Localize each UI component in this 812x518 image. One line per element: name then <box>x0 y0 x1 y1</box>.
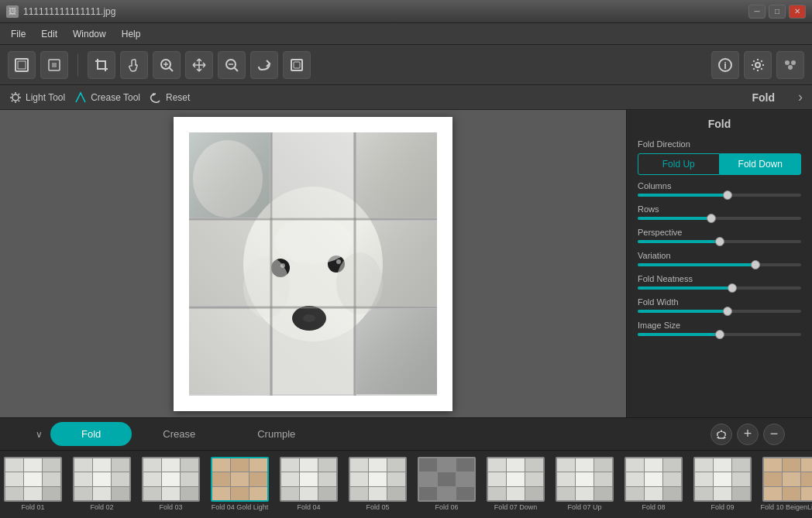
filmstrip-item-9[interactable]: Fold 08 <box>621 457 686 512</box>
svg-rect-47 <box>189 309 270 394</box>
fold-direction-label: Fold Direction <box>638 139 801 149</box>
rows-track[interactable] <box>638 217 801 220</box>
filmstrip-area: Fold 01Fold 02Fold 03Fold 04 Gold LightF… <box>0 450 812 518</box>
thumb-img-3 <box>211 457 269 502</box>
finger-button[interactable] <box>120 51 148 79</box>
fullscreen-button[interactable] <box>283 51 311 79</box>
reset-label: Reset <box>166 92 190 103</box>
tab-strip: ∨ Fold Crease Crumple + − <box>0 417 812 450</box>
svg-rect-6 <box>294 62 300 68</box>
thumb-label-5: Fold 05 <box>366 503 389 512</box>
svg-rect-42 <box>273 132 353 218</box>
nav-arrow[interactable]: › <box>798 89 803 105</box>
move-button[interactable] <box>185 51 213 79</box>
panel-title: Fold <box>638 118 801 130</box>
crop-button[interactable] <box>88 51 115 79</box>
svg-rect-43 <box>356 132 437 218</box>
svg-point-10 <box>785 60 790 65</box>
filmstrip-item-8[interactable]: Fold 07 Up <box>552 457 618 512</box>
info-button[interactable]: i <box>711 51 739 79</box>
redo-button[interactable] <box>250 51 278 79</box>
variation-slider-row: Variation <box>638 251 801 266</box>
tab-crumple[interactable]: Crumple <box>226 422 326 446</box>
sub-toolbar: Light Tool Crease Tool Reset Fold › <box>0 85 812 110</box>
separator-1 <box>77 53 78 77</box>
tab-right-buttons: + − <box>710 424 785 445</box>
fold-width-label: Fold Width <box>638 297 801 307</box>
columns-track[interactable] <box>638 194 801 197</box>
reset-item[interactable]: Reset <box>150 91 190 104</box>
fold-neatness-label: Fold Neatness <box>638 274 801 283</box>
thumb-img-9 <box>624 457 683 502</box>
svg-rect-41 <box>189 132 270 218</box>
thumb-img-7 <box>487 457 545 502</box>
perspective-track[interactable] <box>638 240 801 243</box>
filmstrip-item-10[interactable]: Fold 09 <box>690 457 755 512</box>
menu-file[interactable]: File <box>3 26 33 43</box>
fold-up-button[interactable]: Fold Up <box>638 153 720 175</box>
filmstrip-item-3[interactable]: Fold 04 Gold Light <box>207 457 273 512</box>
filmstrip-item-2[interactable]: Fold 03 <box>138 457 204 512</box>
scan-button[interactable] <box>40 51 68 79</box>
thumb-label-8: Fold 07 Up <box>567 503 601 512</box>
image-size-track[interactable] <box>638 333 801 336</box>
image-size-label: Image Size <box>638 321 801 330</box>
remove-button[interactable]: − <box>763 424 785 445</box>
filmstrip-toggle[interactable]: ∨ <box>27 429 50 440</box>
svg-rect-45 <box>273 221 353 306</box>
thumb-img-4 <box>280 457 338 502</box>
frame-button[interactable] <box>8 51 36 79</box>
fold-neatness-slider-row: Fold Neatness <box>638 274 801 290</box>
filmstrip-item-4[interactable]: Fold 04 <box>276 457 342 512</box>
recycle-button[interactable] <box>710 424 732 445</box>
filmstrip-item-5[interactable]: Fold 05 <box>345 457 411 512</box>
thumb-label-0: Fold 01 <box>21 503 44 512</box>
filmstrip-item-11[interactable]: Fold 10 BeigenLight <box>759 457 812 512</box>
fold-down-button[interactable]: Fold Down <box>720 153 802 175</box>
zoom-out-button[interactable] <box>218 51 246 79</box>
tab-crease[interactable]: Crease <box>132 422 226 446</box>
variation-track[interactable] <box>638 263 801 266</box>
menu-bar: File Edit Window Help <box>0 23 812 45</box>
svg-rect-49 <box>356 309 437 394</box>
svg-rect-5 <box>291 60 302 70</box>
thumb-img-8 <box>556 457 614 502</box>
menu-window[interactable]: Window <box>65 26 114 43</box>
fold-grid <box>189 132 437 396</box>
filmstrip-item-6[interactable]: Fold 06 <box>414 457 480 512</box>
fold-width-track[interactable] <box>638 310 801 313</box>
zoom-in-button[interactable] <box>153 51 181 79</box>
light-tool-item[interactable]: Light Tool <box>9 91 65 104</box>
svg-rect-1 <box>18 61 26 69</box>
minimize-button[interactable]: ─ <box>748 5 766 19</box>
title-icon: 🖼 <box>6 5 19 18</box>
crease-tool-item[interactable]: Crease Tool <box>74 91 140 104</box>
thumb-label-2: Fold 03 <box>159 503 182 512</box>
filmstrip-item-7[interactable]: Fold 07 Down <box>483 457 549 512</box>
filmstrip-item-1[interactable]: Fold 02 <box>69 457 135 512</box>
columns-slider-row: Columns <box>638 181 801 197</box>
light-tool-label: Light Tool <box>26 92 65 103</box>
thumb-img-5 <box>349 457 407 502</box>
thumb-label-1: Fold 02 <box>90 503 113 512</box>
add-button[interactable]: + <box>737 424 759 445</box>
crease-tool-icon <box>74 91 87 104</box>
thumb-label-3: Fold 04 Gold Light <box>212 503 269 512</box>
tab-fold[interactable]: Fold <box>50 422 132 446</box>
right-panel: Fold Fold Direction Fold Up Fold Down Co… <box>626 110 812 417</box>
close-button[interactable]: ✕ <box>789 5 806 19</box>
menu-help[interactable]: Help <box>114 26 149 43</box>
effects-button[interactable] <box>776 51 804 79</box>
svg-rect-48 <box>273 309 353 394</box>
window-controls: ─ □ ✕ <box>748 5 806 19</box>
rows-slider-row: Rows <box>638 204 801 220</box>
menu-edit[interactable]: Edit <box>33 26 65 43</box>
rows-label: Rows <box>638 204 801 214</box>
fold-neatness-track[interactable] <box>638 286 801 290</box>
toolbar-right-buttons: i <box>711 51 804 79</box>
maximize-button[interactable]: □ <box>769 5 786 19</box>
settings-button[interactable] <box>744 51 772 79</box>
canvas-area <box>0 110 626 417</box>
filmstrip-item-0[interactable]: Fold 01 <box>0 457 66 512</box>
svg-point-12 <box>788 65 793 70</box>
